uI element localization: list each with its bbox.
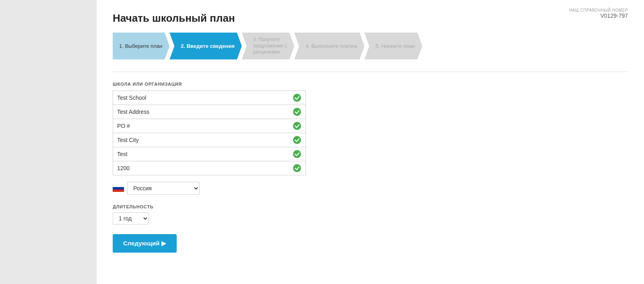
duration-label: ДЛИТЕЛЬНОСТЬ — [113, 204, 628, 209]
city-input[interactable] — [117, 137, 293, 143]
step-2-label: 2. Введите сведения — [181, 43, 235, 49]
school-name-check-icon — [293, 93, 301, 102]
divider — [113, 72, 628, 72]
svg-rect-6 — [113, 185, 124, 187]
step-5-label: 5. Начните план — [376, 43, 415, 49]
school-name-row — [113, 91, 306, 105]
country-select[interactable]: Россия США Другая — [127, 182, 200, 195]
step-3-label: 3. Получитепредложение срасценками — [253, 37, 287, 56]
reference-value: V0129-797 — [569, 12, 628, 19]
svg-point-1 — [293, 108, 301, 116]
svg-point-5 — [293, 164, 301, 172]
address-row — [113, 105, 306, 119]
main-content: НАШ СПРАВОЧНЫЙ НОМЕР V0129-797 Начать шк… — [97, 0, 644, 284]
svg-point-0 — [293, 94, 301, 102]
state-row — [113, 147, 306, 161]
next-button[interactable]: Следующий ▶ — [113, 234, 177, 253]
steps-bar: 1. Выберите план 2. Введите сведения 3. … — [113, 33, 628, 60]
school-name-input[interactable] — [117, 95, 293, 101]
svg-point-2 — [293, 122, 301, 130]
next-button-label: Следующий ▶ — [123, 240, 166, 247]
step-5[interactable]: 5. Начните план — [364, 33, 422, 60]
svg-point-4 — [293, 150, 301, 158]
step-3[interactable]: 3. Получитепредложение срасценками — [242, 33, 294, 60]
svg-rect-8 — [113, 189, 124, 192]
zip-row — [113, 161, 306, 175]
state-input[interactable] — [117, 151, 293, 157]
sidebar — [0, 0, 97, 284]
duration-select[interactable]: 1 год 2 года 3 года — [113, 212, 149, 224]
country-row: Россия США Другая — [113, 182, 628, 195]
step-4[interactable]: 4. Выполните платеж — [294, 33, 364, 60]
address-input[interactable] — [117, 109, 293, 115]
reference-label: НАШ СПРАВОЧНЫЙ НОМЕР — [569, 8, 628, 12]
zip-input[interactable] — [117, 165, 293, 171]
svg-rect-7 — [113, 187, 124, 189]
step-2[interactable]: 2. Введите сведения — [169, 33, 242, 60]
russia-flag-icon — [113, 185, 124, 192]
po-check-icon — [293, 121, 301, 130]
city-row — [113, 133, 306, 147]
zip-check-icon — [293, 164, 301, 173]
step-4-label: 4. Выполните платеж — [305, 43, 357, 49]
address-check-icon — [293, 107, 301, 116]
svg-point-3 — [293, 136, 301, 144]
city-check-icon — [293, 136, 301, 144]
step-1-label: 1. Выберите план — [119, 43, 162, 49]
reference-number-block: НАШ СПРАВОЧНЫЙ НОМЕР V0129-797 — [569, 8, 628, 19]
state-check-icon — [293, 150, 301, 158]
form-fields — [113, 91, 306, 175]
step-1[interactable]: 1. Выберите план — [113, 33, 169, 60]
po-input[interactable] — [117, 123, 293, 129]
page-title: Начать школьный план — [113, 12, 628, 25]
section-label: ШКОЛА ИЛИ ОРГАНИЗАЦИЯ — [113, 82, 628, 86]
po-row — [113, 119, 306, 133]
